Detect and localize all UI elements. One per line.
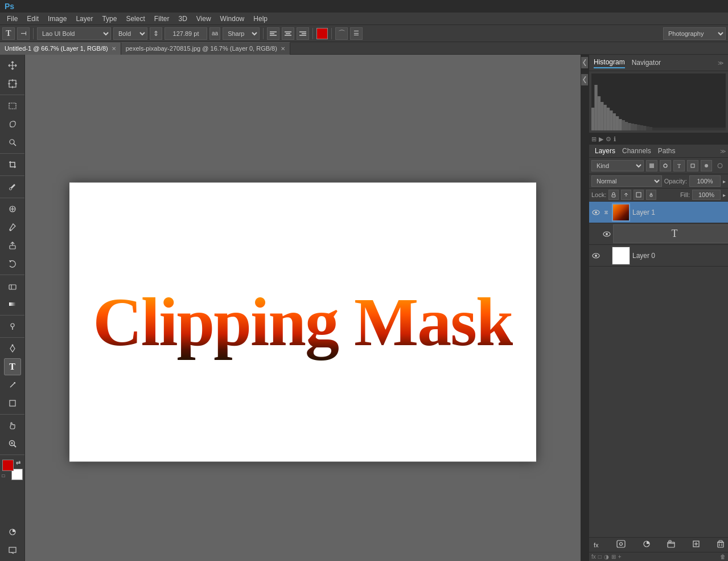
pen-tool[interactable] [4,340,21,357]
menu-layer[interactable]: Layer [71,14,97,24]
layer-filter-pixel[interactable] [646,160,657,171]
layers-group-icon[interactable]: ⊞ [611,554,616,560]
opacity-arrow[interactable]: ▸ [723,178,726,185]
layer-item-clipping[interactable]: T Clipping Mask [589,223,728,245]
layer-filter-text[interactable]: T [673,160,685,171]
menu-type[interactable]: Type [97,14,121,24]
tab-untitled-close[interactable]: ✕ [112,46,116,52]
menu-3d[interactable]: 3D [174,14,191,24]
layer-item-layer0[interactable]: Layer 0 [589,245,728,267]
fill-input[interactable] [692,190,721,200]
menu-edit[interactable]: Edit [22,14,43,24]
navigator-tab[interactable]: Navigator [632,58,661,68]
gradient-tool[interactable] [4,296,21,313]
artboard-tool[interactable] [4,75,21,92]
panel-toggle-hist[interactable] [581,57,588,68]
hand-tool[interactable] [4,417,21,434]
menu-image[interactable]: Image [43,14,71,24]
workspace-select[interactable]: Photography [663,27,726,40]
layer-filter-adjustment[interactable] [660,160,671,171]
channels-tab[interactable]: Channels [619,145,655,157]
layer-filter-smart[interactable] [701,160,712,171]
lock-position-btn[interactable] [621,190,631,200]
text-color-swatch[interactable] [316,28,328,39]
layers-add-mask-icon[interactable]: □ [598,554,602,560]
type-tool[interactable]: T [4,358,21,375]
history-icon-btn[interactable]: ⊞ [591,136,597,143]
delete-layer-btn[interactable] [715,540,726,550]
toggle-char-panel-btn[interactable]: ☰ [350,27,363,40]
add-mask-btn[interactable] [615,540,627,550]
text-mode-vertical[interactable]: T [17,27,30,40]
opacity-input[interactable] [689,175,721,187]
quick-mask-tool[interactable] [4,523,21,540]
layers-fx-icon[interactable]: fx [591,554,596,560]
lasso-tool[interactable] [4,116,21,133]
layer-filter-shape[interactable] [687,160,698,171]
healing-tool[interactable] [4,200,21,218]
warp-text-btn[interactable]: ⌒ [335,27,348,40]
lock-pixels-btn[interactable] [608,190,619,200]
brush-tool[interactable] [4,219,21,236]
align-right-btn[interactable] [297,27,309,40]
histogram-collapse[interactable]: ≫ [718,60,723,66]
menu-view[interactable]: View [192,14,216,24]
history-tool[interactable] [4,255,21,272]
layers-new-icon[interactable]: + [618,554,622,560]
lock-all-btn[interactable] [646,190,656,200]
zoom-tool[interactable] [4,435,21,452]
font-weight-select[interactable]: Bold [113,27,147,40]
menu-filter[interactable]: Filter [150,14,174,24]
clone-tool[interactable] [4,237,21,254]
eyedropper-tool[interactable] [4,178,21,195]
paths-tab[interactable]: Paths [655,145,679,157]
antialiasing-select[interactable]: Sharp [223,27,260,40]
layer0-visibility-toggle[interactable] [591,251,601,260]
add-layer-btn[interactable] [691,540,701,550]
menu-help[interactable]: Help [249,14,272,24]
dodge-tool[interactable] [4,318,21,335]
eraser-tool[interactable] [4,277,21,294]
screen-mode-tool[interactable] [4,542,21,559]
layers-tab[interactable]: Layers [591,145,619,157]
clipping-visibility-toggle[interactable] [603,230,611,239]
layers-trash-icon[interactable]: 🗑 [720,554,726,560]
crop-tool[interactable] [4,156,21,173]
add-fx-btn[interactable]: fx [591,542,601,548]
layer-item-layer1[interactable]: Layer 1 [589,202,728,223]
foreground-color-swatch[interactable] [2,460,14,471]
fill-arrow[interactable]: ▸ [723,192,726,198]
quick-select-tool[interactable] [4,134,21,151]
info-icon-btn[interactable]: ℹ [614,136,616,143]
panel-toggle-props[interactable] [581,74,588,85]
menu-file[interactable]: File [2,14,22,24]
tab-pexels[interactable]: pexels-pixabay-270815.jpg @ 16.7% (Layer… [121,42,290,55]
align-center-btn[interactable] [282,27,294,40]
menu-select[interactable]: Select [121,14,149,24]
histogram-tab[interactable]: Histogram [594,57,625,68]
layer-kind-filter[interactable]: Kind [591,160,644,171]
play-icon-btn[interactable]: ▶ [599,136,603,143]
settings-icon-btn[interactable]: ⚙ [606,136,611,143]
align-left-btn[interactable] [267,27,279,40]
layers-collapse-btn[interactable]: ≫ [720,148,726,154]
reset-colors-btn[interactable]: □ [2,473,9,480]
add-group-btn[interactable] [666,540,676,550]
path-select-tool[interactable] [4,376,21,394]
shape-tool[interactable] [4,395,21,412]
move-tool[interactable] [4,57,21,74]
font-size-input[interactable] [164,27,207,40]
rect-select-tool[interactable] [4,97,21,114]
tab-untitled[interactable]: Untitled-1 @ 66.7% (Layer 1, RGB/8) ✕ [0,42,121,55]
font-family-select[interactable]: Lao UI Bold [37,27,111,40]
layer1-visibility-toggle[interactable] [591,208,601,217]
blend-mode-select[interactable]: Normal [591,175,662,187]
tab-pexels-close[interactable]: ✕ [281,46,285,52]
layers-add-adj-icon[interactable]: ◑ [604,554,609,560]
layer-filter-toggle[interactable] [714,160,726,171]
text-mode-horizontal[interactable]: T [2,27,15,40]
swap-colors-btn[interactable]: ⇄ [16,460,23,466]
add-adjustment-btn[interactable] [641,540,652,550]
lock-artboard-btn[interactable] [634,190,644,200]
menu-window[interactable]: Window [216,14,249,24]
